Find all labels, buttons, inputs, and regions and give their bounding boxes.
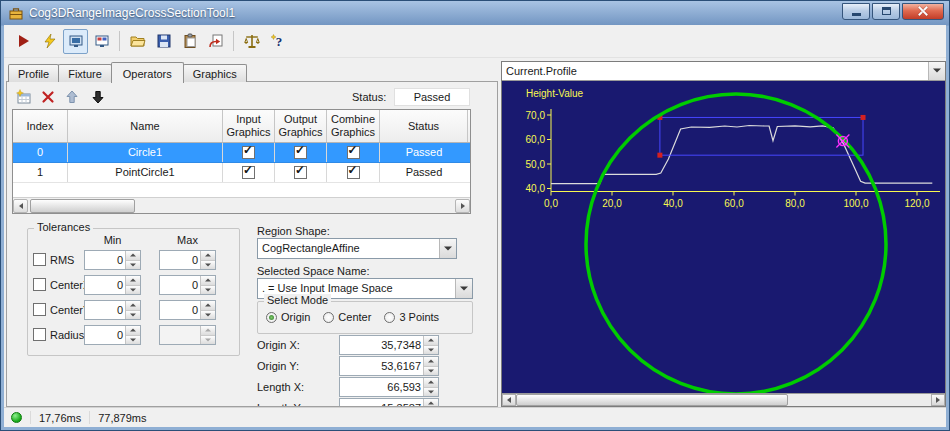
spin-down-icon[interactable]	[126, 336, 140, 345]
spin-up-icon[interactable]	[126, 326, 140, 336]
numeric-updown[interactable]: 0	[84, 300, 141, 320]
graphics-checkbox[interactable]	[347, 166, 360, 179]
grid-column-header[interactable]: Output Graphics	[275, 110, 327, 142]
grid-cell	[327, 163, 380, 182]
spin-up-icon[interactable]	[126, 301, 140, 311]
minimize-button[interactable]	[842, 3, 870, 20]
numeric-updown	[159, 325, 216, 345]
numeric-updown[interactable]: 0	[159, 250, 216, 270]
paste-button[interactable]	[177, 29, 202, 54]
tolerance-checkbox[interactable]	[33, 303, 46, 316]
grid-cell: 0	[13, 143, 68, 162]
spin-up-icon[interactable]	[126, 276, 140, 286]
add-operator-button[interactable]	[13, 87, 35, 107]
spin-up-icon[interactable]	[424, 357, 438, 367]
move-up-button[interactable]	[61, 87, 83, 107]
profile-selector-combo[interactable]: Current.Profile	[502, 62, 945, 81]
operator-row[interactable]: 0Circle1Passed	[13, 143, 470, 163]
grid-column-header[interactable]: Status	[380, 110, 468, 142]
show-image-display-button[interactable]	[63, 29, 88, 54]
quick-run-button[interactable]	[37, 29, 62, 54]
plot-scrollbar-thumb[interactable]	[516, 394, 788, 406]
region-rect-overlay[interactable]	[660, 117, 863, 155]
scroll-right-icon[interactable]	[455, 199, 470, 213]
numeric-updown[interactable]: 53,6167	[339, 356, 439, 376]
spin-down-icon[interactable]	[126, 261, 140, 270]
spin-up-icon[interactable]	[126, 251, 140, 261]
spin-up-icon[interactable]	[424, 399, 438, 407]
spin-down-icon[interactable]	[201, 336, 215, 345]
save-button[interactable]	[151, 29, 176, 54]
spin-up-icon[interactable]	[201, 326, 215, 336]
profile-plot[interactable]: 70,060,050,040,00,020,040,060,080,0100,0…	[502, 81, 945, 393]
delete-operator-button[interactable]	[37, 87, 59, 107]
region-handle[interactable]	[657, 153, 662, 158]
grid-scrollbar-thumb[interactable]	[30, 199, 135, 213]
field-label: Origin Y:	[257, 360, 299, 372]
graphics-checkbox[interactable]	[294, 146, 307, 159]
spinner-buttons	[200, 276, 215, 294]
graphics-checkbox[interactable]	[242, 146, 255, 159]
plot-horizontal-scrollbar[interactable]	[502, 393, 945, 406]
main-toolbar: ?	[4, 25, 946, 58]
tolerance-checkbox[interactable]	[33, 278, 46, 291]
show-graphics-button[interactable]	[89, 29, 114, 54]
chevron-down-icon[interactable]	[928, 62, 945, 80]
grid-cell	[327, 143, 380, 162]
grid-column-header[interactable]: Input Graphics	[223, 110, 275, 142]
numeric-updown[interactable]: 0	[159, 275, 216, 295]
numeric-updown[interactable]: 66,593	[339, 377, 439, 397]
numeric-updown[interactable]: 0	[159, 300, 216, 320]
help-button[interactable]: ?	[265, 29, 290, 54]
run-button[interactable]	[11, 29, 36, 54]
tolerance-checkbox[interactable]	[33, 328, 46, 341]
spin-down-icon[interactable]	[424, 367, 438, 376]
operator-row[interactable]: 1PointCircle1Passed	[13, 163, 470, 183]
grid-cell: Passed	[380, 143, 468, 162]
numeric-updown[interactable]: 0	[84, 250, 141, 270]
spin-up-icon[interactable]	[424, 336, 438, 346]
tab-profile[interactable]: Profile	[8, 64, 59, 82]
grid-horizontal-scrollbar[interactable]	[13, 197, 470, 213]
maximize-button[interactable]	[872, 3, 900, 20]
graphics-checkbox[interactable]	[347, 146, 360, 159]
numeric-updown[interactable]: 0	[84, 325, 141, 345]
spin-down-icon[interactable]	[424, 388, 438, 397]
grid-column-header[interactable]: Index	[13, 110, 68, 142]
spin-up-icon[interactable]	[201, 301, 215, 311]
scroll-right-icon[interactable]	[931, 394, 945, 406]
graphics-checkbox[interactable]	[242, 166, 255, 179]
spinner-buttons	[423, 357, 438, 375]
numeric-updown[interactable]: 15,3587	[339, 398, 439, 407]
y-tick-label: 50,0	[526, 159, 546, 170]
tab-operators[interactable]: Operators	[111, 62, 184, 83]
close-button[interactable]	[902, 3, 944, 20]
scroll-left-icon[interactable]	[13, 199, 28, 213]
tab-fixture[interactable]: Fixture	[58, 64, 112, 82]
open-button[interactable]	[125, 29, 150, 54]
profile-selector-value: Current.Profile	[502, 62, 928, 80]
spin-down-icon[interactable]	[201, 286, 215, 295]
spin-down-icon[interactable]	[201, 261, 215, 270]
grid-column-header[interactable]: Name	[68, 110, 223, 142]
graphics-checkbox[interactable]	[294, 166, 307, 179]
grid-column-header[interactable]: Combine Graphics	[327, 110, 380, 142]
spin-down-icon[interactable]	[424, 346, 438, 355]
region-handle[interactable]	[861, 115, 866, 120]
scroll-left-icon[interactable]	[502, 394, 516, 406]
numeric-updown[interactable]: 35,7348	[339, 335, 439, 355]
import-button[interactable]	[203, 29, 228, 54]
spin-down-icon[interactable]	[201, 311, 215, 320]
spin-down-icon[interactable]	[126, 286, 140, 295]
numeric-updown[interactable]: 0	[84, 275, 141, 295]
calibrate-button[interactable]	[239, 29, 264, 54]
tab-graphics[interactable]: Graphics	[183, 64, 247, 82]
tolerance-checkbox[interactable]	[33, 253, 46, 266]
move-down-button[interactable]	[87, 87, 109, 107]
spin-up-icon[interactable]	[424, 378, 438, 388]
spin-down-icon[interactable]	[126, 311, 140, 320]
numeric-value: 0	[85, 326, 125, 344]
spin-up-icon[interactable]	[201, 251, 215, 261]
spin-up-icon[interactable]	[201, 276, 215, 286]
titlebar[interactable]: Cog3DRangeImageCrossSectionTool1	[1, 1, 949, 25]
